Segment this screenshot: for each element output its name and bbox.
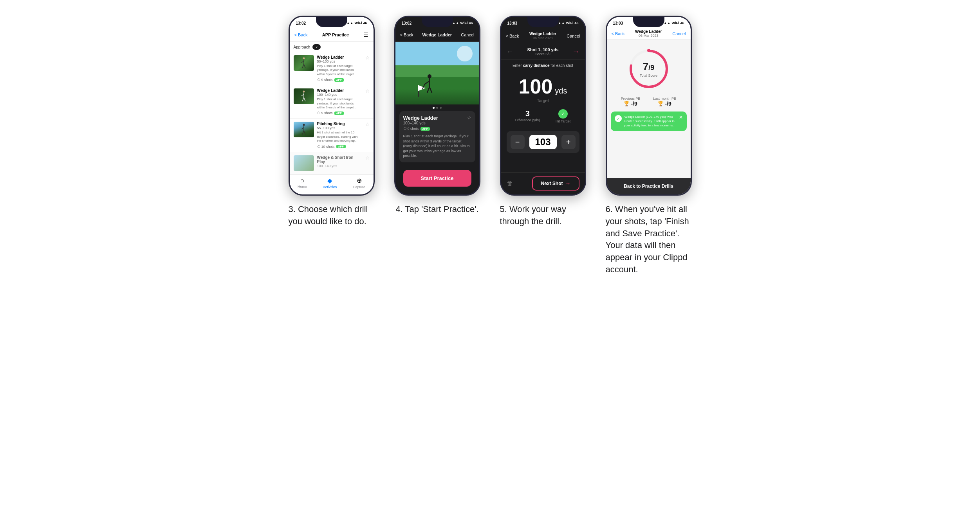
difference-value-5: 3 — [515, 109, 540, 118]
success-toast-6: ✓ 'Wedge Ladder (100–140 yds)' was creat… — [611, 112, 687, 131]
drill-name-0: Wedge Ladder — [317, 55, 362, 59]
pb-row-6: Previous PB 🏆 -/9 Last month PB 🏆 -/9 — [607, 94, 691, 109]
next-shot-button-5[interactable]: Next Shot → — [532, 176, 579, 191]
drill-item-3[interactable]: Wedge & Short Iron Play 100–140 yds ☆ — [290, 152, 374, 174]
cancel-button-6[interactable]: Cancel — [672, 31, 686, 36]
shot-input-area-5: − 103 + — [507, 131, 579, 153]
drill-desc-2: Hit 1 shot at each of the 10 target dist… — [317, 131, 362, 143]
main-container: 13:02 ▲▲ WiFi 46 < Back APP Practice ☰ A… — [216, 16, 764, 276]
tab-capture-3[interactable]: ⊕ Capture — [353, 177, 365, 191]
pb-previous-6: Previous PB 🏆 -/9 — [621, 97, 641, 107]
shot-instruction-5: Enter carry distance for each shot — [501, 59, 585, 70]
score-circle-text-6: 7 /9 Total Score — [640, 61, 657, 77]
back-button-6[interactable]: < Back — [612, 31, 625, 36]
phone-4-screen: 13:02 ▲▲ WiFi 46 < Back Wedge Ladder Can… — [395, 17, 479, 194]
app-badge-0: APP — [334, 78, 344, 82]
shot-input-value-5[interactable]: 103 — [529, 135, 557, 149]
svg-line-10 — [301, 94, 304, 96]
shot-bottom-bar-5: 🗑 Next Shot → — [501, 172, 585, 194]
filter-bar-3: Approach 7 — [290, 42, 374, 52]
drill-item-1[interactable]: Wedge Ladder 100–140 yds Play 1 shot at … — [290, 85, 374, 119]
phone-4-notch — [422, 17, 453, 27]
drill-meta-2: ⏱ 10 shots APP — [317, 145, 362, 149]
app-badge-1: APP — [334, 112, 344, 115]
wifi-4: WiFi — [460, 21, 468, 25]
drill-thumb-2 — [294, 122, 314, 137]
score-dot-6 — [647, 49, 650, 52]
wifi-5: WiFi — [566, 21, 574, 25]
svg-line-14 — [304, 131, 305, 135]
battery-3: 46 — [363, 21, 367, 25]
tab-home-3[interactable]: ⌂ Home — [298, 177, 307, 191]
status-icons-4: ▲▲ WiFi 46 — [452, 21, 473, 25]
nav-title-5: Wedge Ladder — [529, 32, 556, 36]
star-icon-3[interactable]: ☆ — [365, 155, 370, 161]
time-3: 13:02 — [296, 21, 306, 25]
time-4: 13:02 — [402, 21, 412, 25]
svg-line-13 — [302, 131, 304, 135]
capture-icon-3: ⊕ — [357, 177, 362, 184]
svg-line-9 — [304, 97, 305, 101]
drill-name-2: Pitching String — [317, 122, 362, 126]
drill-thumb-0 — [294, 55, 314, 71]
back-to-drills-button-6[interactable]: Back to Practice Drills — [607, 178, 691, 194]
shot-stats-5: 3 Difference (yds) ✓ Hit Target — [501, 104, 585, 128]
nav-bar-3: < Back APP Practice ☰ — [290, 28, 374, 42]
nav-subtitle-6: 06 Mar 2023 — [635, 34, 662, 38]
score-denominator-6: /9 — [648, 64, 654, 72]
tab-bar-3: ⌂ Home ◆ Activities ⊕ Capture — [290, 174, 374, 194]
start-practice-button-4[interactable]: Start Practice — [403, 170, 471, 187]
back-button-5[interactable]: < Back — [506, 34, 519, 38]
plus-button-5[interactable]: + — [561, 135, 576, 149]
hit-target-stat-5: ✓ Hit Target — [556, 109, 570, 123]
shot-distance-unit-5: yds — [555, 86, 567, 95]
nav-menu-3[interactable]: ☰ — [363, 32, 368, 38]
drill-item-2[interactable]: Pitching String 55–100 yds Hit 1 shot at… — [290, 119, 374, 152]
drill-image-4 — [395, 42, 479, 104]
filter-count-3[interactable]: 7 — [312, 44, 321, 50]
prev-arrow-5[interactable]: ← — [507, 48, 514, 56]
shot-distance-display-5: 100 yds Target — [501, 70, 585, 104]
hit-target-label-5: Hit Target — [556, 119, 570, 123]
activities-icon-3: ◆ — [327, 177, 332, 184]
svg-point-6 — [303, 91, 305, 93]
toast-close-6[interactable]: ✕ — [679, 115, 683, 120]
cancel-button-5[interactable]: Cancel — [567, 34, 580, 38]
drill-item-0[interactable]: Wedge Ladder 50–100 yds Play 1 shot at e… — [290, 52, 374, 85]
phone-5-screen: 13:03 ▲▲ WiFi 46 < Back Wedge Ladder 06 … — [501, 17, 585, 194]
star-icon-1[interactable]: ☆ — [365, 88, 370, 94]
phone-6-notch — [633, 17, 664, 27]
nav-bar-5: < Back Wedge Ladder 06 Mar 2023 Cancel — [501, 28, 585, 44]
home-icon-3: ⌂ — [300, 177, 304, 184]
star-icon-4[interactable]: ☆ — [467, 115, 471, 121]
next-arrow-5[interactable]: → — [572, 48, 579, 56]
status-icons-3: ▲▲ WiFi 46 — [347, 21, 367, 25]
minus-button-5[interactable]: − — [511, 135, 525, 149]
cancel-button-4[interactable]: Cancel — [461, 32, 474, 37]
filter-label-3: Approach — [294, 45, 310, 49]
phone-6-screen: 13:03 ▲▲ WiFi 46 < Back Wedge Ladder 06 … — [607, 17, 691, 194]
drill-detail-name-group: Wedge Ladder 100–140 yds — [403, 115, 438, 125]
drill-thumb-1 — [294, 88, 314, 104]
drill-name-3: Wedge & Short Iron Play — [317, 155, 362, 164]
drill-meta-1: ⏱ 9 shots APP — [317, 111, 362, 115]
back-button-4[interactable]: < Back — [400, 32, 413, 37]
star-icon-0[interactable]: ☆ — [365, 55, 370, 61]
toast-text-6: 'Wedge Ladder (100–140 yds)' was created… — [624, 115, 677, 128]
score-label-6: Total Score — [640, 74, 657, 77]
tab-activities-3[interactable]: ◆ Activities — [323, 177, 337, 191]
drill-thumb-3 — [294, 155, 314, 171]
shot-distance-row: 100 yds — [501, 76, 585, 97]
nav-center-6: Wedge Ladder 06 Mar 2023 — [635, 29, 662, 38]
back-button-3[interactable]: < Back — [294, 32, 308, 37]
star-icon-2[interactable]: ☆ — [365, 122, 370, 127]
battery-4: 46 — [469, 21, 473, 25]
drill-name-1: Wedge Ladder — [317, 88, 362, 93]
svg-point-0 — [303, 58, 305, 59]
drill-detail-desc-4: Play 1 shot at each target yardage. If y… — [403, 134, 471, 158]
phone-3-screen: 13:02 ▲▲ WiFi 46 < Back APP Practice ☰ A… — [290, 17, 374, 194]
phone-5-column: 13:03 ▲▲ WiFi 46 < Back Wedge Ladder 06 … — [496, 16, 590, 228]
signal-5: ▲▲ — [558, 21, 565, 25]
next-shot-arrow-5: → — [565, 180, 571, 187]
delete-button-5[interactable]: 🗑 — [507, 180, 513, 187]
